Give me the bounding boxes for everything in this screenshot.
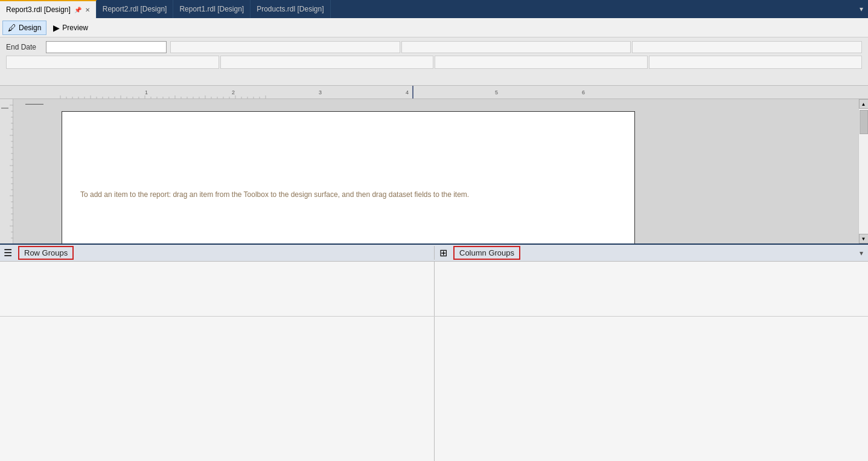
preview-btn[interactable]: ▶ Preview xyxy=(48,21,94,35)
svg-text:5: 5 xyxy=(495,89,498,95)
row-groups-body xyxy=(0,262,435,316)
vertical-scrollbar[interactable]: ▲ ▼ xyxy=(858,99,868,243)
tab-report2[interactable]: Report2.rdl [Design] xyxy=(97,0,174,18)
svg-text:6: 6 xyxy=(582,89,585,95)
tab-report1-label: Report1.rdl [Design] xyxy=(179,5,244,13)
params-row: End Date xyxy=(6,41,862,53)
expand-icon[interactable]: ▾ xyxy=(860,249,863,257)
tab-report1[interactable]: Report1.rdl [Design] xyxy=(173,0,251,18)
end-date-label: End Date xyxy=(6,43,42,51)
scroll-up-btn[interactable]: ▲ xyxy=(859,99,869,109)
column-groups-icon: ⊞ xyxy=(439,247,447,259)
design-toolbar: 🖊 Design ▶ Preview xyxy=(0,18,868,37)
groups-body xyxy=(0,262,868,316)
canvas-hint: To add an item to the report: drag an it… xyxy=(80,190,616,199)
pin-icon: 📌 xyxy=(74,7,81,13)
tab-report3[interactable]: Report3.rdl [Design] 📌 ✕ xyxy=(0,0,97,18)
groups-panel: ☰ Row Groups ⊞ Column Groups ▾ xyxy=(0,243,868,316)
groups-header: ☰ Row Groups ⊞ Column Groups ▾ xyxy=(0,245,868,262)
end-date-input[interactable] xyxy=(46,41,167,53)
design-btn[interactable]: 🖊 Design xyxy=(2,21,46,35)
tab-products-label: Products.rdl [Design] xyxy=(257,5,324,13)
row-groups-header: ☰ Row Groups xyxy=(0,246,435,260)
horizontal-ruler: 1 2 3 4 5 6 xyxy=(0,86,868,99)
params-area: End Date xyxy=(0,37,868,86)
top-line-marker xyxy=(25,104,43,105)
tab-dropdown-btn[interactable]: ▾ xyxy=(855,0,868,18)
row-groups-content xyxy=(0,317,435,461)
tab-bar: Report3.rdl [Design] 📌 ✕ Report2.rdl [De… xyxy=(0,0,868,18)
design-label: Design xyxy=(19,24,41,32)
vertical-ruler xyxy=(0,99,13,243)
svg-text:3: 3 xyxy=(319,89,322,95)
scroll-thumb[interactable] xyxy=(860,110,868,134)
ruler-content: 1 2 3 4 5 6 xyxy=(0,86,868,98)
scroll-down-btn[interactable]: ▼ xyxy=(859,234,869,243)
middle-section: 1 2 3 4 5 6 xyxy=(0,86,868,461)
tab-report2-label: Report2.rdl [Design] xyxy=(103,5,167,13)
svg-text:1: 1 xyxy=(145,89,148,95)
bottom-panel xyxy=(0,316,868,461)
column-groups-content xyxy=(435,317,868,461)
column-groups-header: ⊞ Column Groups ▾ xyxy=(435,246,868,260)
row-groups-icon: ☰ xyxy=(4,247,12,259)
main-window: Report3.rdl [Design] 📌 ✕ Report2.rdl [De… xyxy=(0,0,868,461)
design-canvas-area: To add an item to the report: drag an it… xyxy=(13,99,858,243)
tab-spacer xyxy=(331,0,855,18)
tab-report3-label: Report3.rdl [Design] xyxy=(6,5,71,14)
svg-text:4: 4 xyxy=(406,89,409,95)
preview-icon: ▶ xyxy=(53,23,60,33)
column-groups-label: Column Groups xyxy=(453,246,520,260)
column-groups-body xyxy=(435,262,868,316)
design-icon: 🖊 xyxy=(8,23,16,33)
row-groups-label: Row Groups xyxy=(18,246,74,260)
tab-products[interactable]: Products.rdl [Design] xyxy=(251,0,330,18)
report-canvas[interactable]: To add an item to the report: drag an it… xyxy=(62,111,635,243)
preview-label: Preview xyxy=(62,24,88,32)
svg-text:2: 2 xyxy=(232,89,235,95)
design-row: To add an item to the report: drag an it… xyxy=(0,99,868,243)
tab-report3-close[interactable]: ✕ xyxy=(85,7,90,13)
